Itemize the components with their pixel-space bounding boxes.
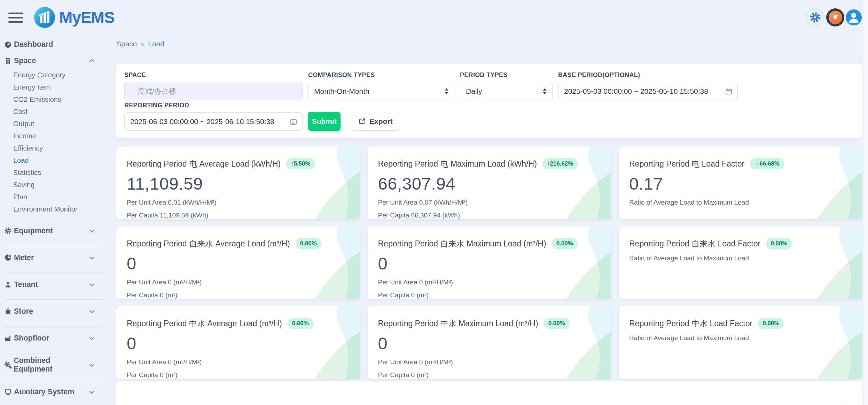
space-input[interactable]: 一度城/办公楼 (124, 82, 303, 100)
card-subline: Ratio of Average Load to Maximum Load (629, 199, 852, 206)
building-icon (3, 57, 13, 65)
chevron-down-icon (89, 228, 95, 234)
kpi-cards-grid: Reporting Period 电 Average Load (kWh/H)↑… (116, 147, 862, 379)
kpi-card-water-average-load: Reporting Period 自来水 Average Load (m³/H)… (116, 227, 360, 299)
sidebar-item-label: Tenant (14, 280, 38, 289)
sidebar-item-label: Equipment (14, 227, 53, 235)
sidebar-item-store[interactable]: Store (0, 300, 109, 323)
card-title: Reporting Period 自来水 Average Load (m³/H) (127, 238, 290, 249)
sidebar-item-plan[interactable]: Plan (0, 191, 109, 203)
kpi-card-electricity-maximum-load: Reporting Period 电 Maximum Load (kWh/H)↑… (368, 147, 611, 219)
sidebar-item-space[interactable]: Space (0, 53, 109, 69)
notifications-button[interactable] (826, 8, 844, 26)
space-input-value: 一度城/办公楼 (130, 86, 176, 96)
chevron-down-icon (89, 308, 95, 314)
reporting-period-label: REPORTING PERIOD (124, 102, 303, 109)
chevron-up-icon (89, 58, 95, 64)
card-value: 0 (127, 334, 350, 353)
trend-badge: ↑216.62% (542, 158, 578, 169)
submit-button[interactable]: Submit (308, 112, 341, 131)
select-caret-icon (542, 87, 547, 95)
user-avatar-icon[interactable] (846, 9, 862, 25)
shopping-bag-icon (3, 307, 13, 315)
card-title: Reporting Period 电 Average Load (kWh/H) (127, 159, 281, 169)
calendar-icon (290, 118, 297, 125)
bell-icon (831, 14, 839, 21)
kpi-card-water-load-factor: Reporting Period 自来水 Load Factor0.00% Ra… (619, 227, 862, 299)
sidebar-item-combined-equipment[interactable]: Combined Equipment (0, 353, 109, 376)
sidebar-item-output[interactable]: Output (0, 118, 109, 130)
kpi-card-electricity-average-load: Reporting Period 电 Average Load (kWh/H)↑… (116, 147, 360, 219)
card-subline: Per Unit Area 0 (m³/H/M²) (127, 358, 350, 366)
sidebar-item-label: Store (14, 307, 33, 316)
trend-badge: 0.00% (288, 318, 313, 329)
chevron-down-icon (89, 362, 95, 368)
card-value: 0 (378, 334, 601, 353)
sidebar-item-energy-category[interactable]: Energy Category (0, 69, 109, 81)
export-icon (358, 117, 366, 125)
chevron-down-icon (89, 282, 95, 288)
sidebar-item-label: Dashboard (14, 40, 53, 49)
sidebar-item-environment-monitor[interactable]: Environment Monitor (0, 203, 109, 215)
sidebar-item-dashboard[interactable]: Dashboard (0, 36, 109, 53)
period-types-select[interactable]: Daily (460, 82, 553, 100)
comparison-types-value: Month-On-Month (314, 87, 369, 95)
sidebar-item-statistics[interactable]: Statistics (0, 167, 109, 179)
sidebar-item-auxiliary-system[interactable]: Auxiliary System (0, 380, 109, 403)
reporting-period-input[interactable]: 2025-06-03 00:00:00 ~ 2025-06-10 15:50:3… (124, 112, 303, 131)
gear-icon (810, 12, 821, 23)
breadcrumb-space-link[interactable]: Space (116, 40, 137, 48)
sidebar-item-meter[interactable]: Meter (0, 246, 109, 269)
trend-badge: 0.00% (544, 318, 570, 329)
card-subline: Per Unit Area 0.01 (kWh/H/M²) (127, 199, 350, 206)
calendar-icon (725, 87, 733, 95)
sidebar-item-label: Shopfloor (14, 334, 49, 343)
kpi-card-reclaimed-water-average-load: Reporting Period 中水 Average Load (m³/H)0… (116, 306, 360, 379)
chevron-down-icon (89, 335, 95, 341)
base-period-input[interactable]: 2025-05-03 00:00:00 ~ 2025-05-10 15:50:3… (558, 82, 738, 100)
card-title: Reporting Period 中水 Average Load (m³/H) (127, 318, 282, 329)
card-subline: Per Capita 0 (m³) (378, 371, 601, 379)
card-subline: Ratio of Average Load to Maximum Load (629, 254, 852, 262)
card-subline: Per Unit Area 0 (m³/H/M²) (378, 278, 601, 286)
sidebar-item-co2-emissions[interactable]: CO2 Emissions (0, 93, 109, 106)
card-value: 0 (127, 254, 350, 273)
myems-logo-icon (34, 7, 55, 28)
card-title: Reporting Period 电 Load Factor (629, 159, 744, 169)
chart-panel: Reporting Period 电 Maximum Load (kWh/H) … (116, 381, 862, 405)
card-value: 11,109.59 (127, 174, 350, 193)
period-types-label: PERIOD TYPES (460, 71, 553, 79)
sidebar-item-cost[interactable]: Cost (0, 106, 109, 118)
card-title: Reporting Period 电 Maximum Load (kWh/H) (378, 159, 537, 169)
select-caret-icon (444, 87, 449, 95)
kpi-card-reclaimed-water-maximum-load: Reporting Period 中水 Maximum Load (m³/H)0… (368, 306, 611, 379)
card-title: Reporting Period 中水 Maximum Load (m³/H) (378, 318, 538, 329)
card-value: 0 (378, 254, 601, 273)
sidebar-item-equipment[interactable]: Equipment (0, 219, 109, 242)
comparison-types-select[interactable]: Month-On-Month (308, 82, 454, 100)
card-subline: Per Capita 66,307.94 (kWh) (378, 212, 601, 219)
brand-logo[interactable]: MyEMS (34, 7, 115, 28)
sidebar-item-label: Auxiliary System (14, 388, 74, 396)
settings-button[interactable] (805, 8, 825, 27)
sidebar-item-load[interactable]: Load (0, 154, 109, 167)
card-value: 0.17 (629, 174, 852, 193)
export-button[interactable]: Export (351, 112, 400, 131)
chevron-down-icon (89, 389, 95, 395)
sidebar-item-income[interactable]: Income (0, 130, 109, 142)
space-field-label: SPACE (124, 71, 303, 79)
breadcrumb: Space»Load (116, 40, 164, 48)
sidebar-item-energy-item[interactable]: Energy Item (0, 81, 109, 93)
factory-icon (3, 334, 13, 342)
breadcrumb-separator: » (141, 40, 145, 48)
sidebar-item-efficiency[interactable]: Efficiency (0, 142, 109, 154)
card-subline: Per Unit Area 0 (m³/H/M²) (127, 278, 350, 286)
vertical-scrollbar[interactable] (863, 0, 868, 405)
sidebar-item-tenant[interactable]: Tenant (0, 273, 109, 296)
sidebar-item-shopfloor[interactable]: Shopfloor (0, 327, 109, 350)
sidebar-item-saving[interactable]: Saving (0, 179, 109, 191)
menu-icon[interactable] (8, 13, 23, 23)
period-types-value: Daily (466, 87, 482, 95)
card-subline: Per Capita 0 (m³) (127, 371, 350, 379)
user-icon (3, 281, 13, 288)
